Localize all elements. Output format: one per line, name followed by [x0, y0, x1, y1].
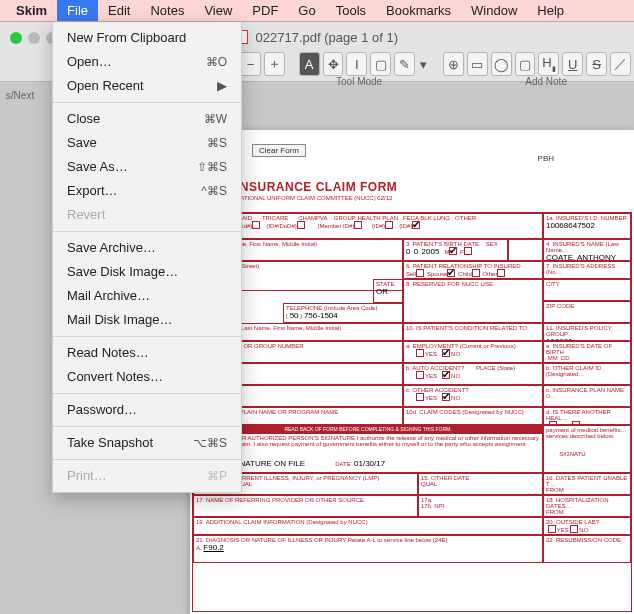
box16: 16. DATES PATIENT UNABLE T…FROM — [543, 473, 631, 495]
underline-icon: U — [568, 57, 577, 72]
tool-area[interactable]: ▢ — [370, 52, 391, 76]
claim-form-grid: MEDICAID TRICARE CHAMPVA GROUP HEALTH PL… — [192, 212, 632, 612]
menubar: Skim File Edit Notes View PDF Go Tools B… — [0, 0, 634, 22]
menu-sep — [53, 231, 241, 232]
box17: 17. NAME OF REFERRING PROVIDER OR OTHER … — [193, 495, 418, 517]
box20: 20. OUTSIDE LAB? YES NO — [543, 517, 631, 535]
zoom-out-button[interactable]: − — [240, 52, 261, 76]
telephone: TELEPHONE (Include Area Code) ( 50 ) 756… — [283, 303, 403, 323]
box13-sig: payment of medical benefits… services de… — [543, 425, 631, 473]
box21: 21. DIAGNOSIS OR NATURE OF ILLNESS OR IN… — [193, 535, 543, 563]
menu-print: Print…⌘P — [53, 464, 241, 488]
box11a: a. INSURED'S DATE OF BIRTH MM DD 0 08 20… — [543, 341, 631, 363]
box8-reserved: 8. RESERVED FOR NUCC USE — [403, 279, 543, 323]
note-strike[interactable]: S — [586, 52, 607, 76]
menu-close[interactable]: Close⌘W — [53, 107, 241, 131]
note-box[interactable]: ▢ — [515, 52, 536, 76]
box1-payer: MEDICAID TRICARE CHAMPVA GROUP HEALTH PL… — [193, 213, 543, 239]
note-line[interactable]: ／ — [610, 52, 631, 76]
menu-edit[interactable]: Edit — [98, 0, 140, 21]
tool-dropdown[interactable]: ▾ — [418, 52, 429, 76]
box7-city: CITY — [543, 279, 631, 301]
box1a: 1a. INSURED'S I.D. NUMBER 10068647502 — [543, 213, 631, 239]
box19: 19. ADDITIONAL CLAIM INFORMATION (Design… — [193, 517, 543, 535]
note-highlight[interactable]: H▮ — [538, 52, 559, 76]
pdf-document[interactable]: Clear Form PBH INSURANCE CLAIM FORM NATI… — [190, 130, 634, 614]
carrier-label: PBH — [538, 154, 554, 163]
insured-id-value: 10068647502 — [546, 221, 595, 230]
file-menu-dropdown: New From Clipboard Open…⌘O Open Recent▶ … — [52, 22, 242, 493]
menu-notes[interactable]: Notes — [140, 0, 194, 21]
menu-tools[interactable]: Tools — [326, 0, 376, 21]
anchor-icon: ⊕ — [448, 57, 459, 72]
menu-sep — [53, 459, 241, 460]
menu-convert-notes[interactable]: Convert Notes… — [53, 365, 241, 389]
box3-sex-extra — [508, 239, 543, 261]
note-icon: ▭ — [471, 57, 483, 72]
menu-read-notes[interactable]: Read Notes… — [53, 341, 241, 365]
marquee-icon: ▢ — [375, 57, 387, 72]
box11: 11. INSURED'S POLICY GROUP…108601 — [543, 323, 631, 341]
menu-file[interactable]: File — [57, 0, 98, 21]
zip: ZIP CODE — [543, 301, 631, 323]
zoom-in-button[interactable]: ＋ — [264, 52, 285, 76]
line-icon: ／ — [614, 55, 627, 73]
menu-help[interactable]: Help — [527, 0, 574, 21]
tool-text[interactable]: A — [299, 52, 320, 76]
toolmode-label: Tool Mode — [280, 76, 438, 87]
menu-go[interactable]: Go — [288, 0, 325, 21]
move-icon: ✥ — [328, 57, 339, 72]
menu-save-as[interactable]: Save As…⇧⌘S — [53, 155, 241, 179]
warning-bar: READ BACK OF FORM BEFORE COMPLETING & SI… — [193, 425, 543, 433]
select-icon: I — [355, 57, 359, 72]
menu-save-archive[interactable]: Save Archive… — [53, 236, 241, 260]
nav-prev-next[interactable]: s/Next — [0, 90, 40, 101]
note-circle[interactable]: ◯ — [491, 52, 512, 76]
menu-view[interactable]: View — [194, 0, 242, 21]
menu-save[interactable]: Save⌘S — [53, 131, 241, 155]
toolbar-labels: Tool Mode Add Note — [240, 76, 634, 87]
menu-new-clipboard[interactable]: New From Clipboard — [53, 26, 241, 50]
text-tool-icon: A — [305, 57, 314, 72]
menu-password[interactable]: Password… — [53, 398, 241, 422]
circle-icon: ◯ — [494, 57, 509, 72]
menu-pdf[interactable]: PDF — [242, 0, 288, 21]
menu-mail-disk-image[interactable]: Mail Disk Image… — [53, 308, 241, 332]
box22: 22. RESUBMISSION CODE — [543, 535, 631, 563]
menu-window[interactable]: Window — [461, 0, 527, 21]
box11b: b. OTHER CLAIM ID (Designated… — [543, 363, 631, 385]
highlight-icon: H▮ — [542, 55, 555, 73]
box17ab: 17a.17b. NPI — [418, 495, 543, 517]
box18: 18. HOSPITALIZATION DATES…FROM — [543, 495, 631, 517]
menu-sep — [53, 426, 241, 427]
menu-sep — [53, 393, 241, 394]
tool-pen[interactable]: ✎ — [394, 52, 415, 76]
menu-open-recent[interactable]: Open Recent▶ — [53, 74, 241, 98]
addnote-label: Add Note — [458, 76, 634, 87]
note-text[interactable]: ▭ — [467, 52, 488, 76]
box7-insured-addr: 7. INSURED'S ADDRESS (No… — [543, 261, 631, 279]
menu-take-snapshot[interactable]: Take Snapshot⌥⌘S — [53, 431, 241, 455]
note-underline[interactable]: U — [562, 52, 583, 76]
menu-open[interactable]: Open…⌘O — [53, 50, 241, 74]
menu-revert: Revert — [53, 203, 241, 227]
box12-sig: 12. PATIENT'S OR AUTHORIZED PERSON'S SIG… — [193, 433, 543, 473]
menu-export[interactable]: Export…^⌘S — [53, 179, 241, 203]
tool-move[interactable]: ✥ — [323, 52, 344, 76]
box10: 10. IS PATIENT'S CONDITION RELATED TO: — [403, 323, 543, 341]
form-subtitle: NATIONAL UNIFORM CLAIM COMMITTEE (NUCC) … — [236, 195, 392, 201]
clear-form-button[interactable]: Clear Form — [252, 144, 306, 157]
window-title: 022717.pdf (page 1 of 1) — [256, 30, 398, 45]
chevron-right-icon: ▶ — [217, 77, 227, 95]
note-anchor[interactable]: ⊕ — [443, 52, 464, 76]
menu-save-disk-image[interactable]: Save Disk Image… — [53, 260, 241, 284]
pencil-icon: ✎ — [399, 57, 410, 72]
menu-mail-archive[interactable]: Mail Archive… — [53, 284, 241, 308]
box11d: d. IS THERE ANOTHER HEAL… YES NO — [543, 407, 631, 425]
box3-birthdate: 3. PATIENT'S BIRTH DATE SEX 0 0 2005 M F — [403, 239, 508, 261]
menu-sep — [53, 336, 241, 337]
box-icon: ▢ — [519, 57, 531, 72]
box15: 15. OTHER DATEQUAL — [418, 473, 543, 495]
tool-select[interactable]: I — [346, 52, 367, 76]
menu-bookmarks[interactable]: Bookmarks — [376, 0, 461, 21]
